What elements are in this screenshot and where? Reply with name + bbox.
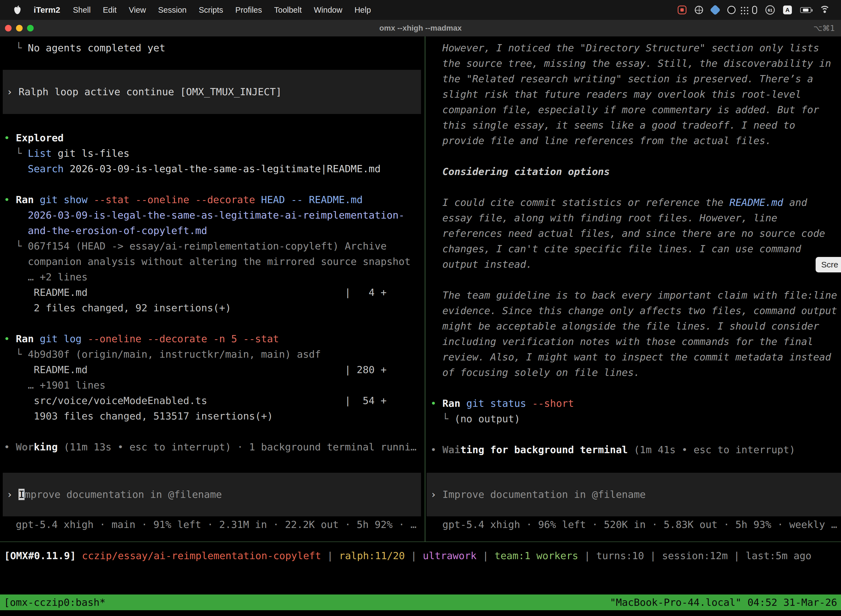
right-model-status: gpt-5.4 xhigh · 96% left · 520K in · 5.8… [426, 517, 841, 532]
menu-toolbelt[interactable]: Toolbelt [274, 6, 302, 15]
dark-circle-app-icon[interactable] [727, 6, 736, 14]
wifi-icon[interactable] [819, 6, 830, 14]
menu-profiles[interactable]: Profiles [235, 6, 262, 15]
globe-icon[interactable] [695, 6, 703, 14]
right-agent-output: However, I noticed the "Directory Struct… [426, 40, 841, 458]
left-prompt-text: › Improve documentation in @filename [3, 487, 421, 502]
right-pane[interactable]: However, I noticed the "Directory Struct… [426, 37, 841, 541]
tmux-host-clock: "MacBook-Pro-44.local" 04:52 31-Mar-26 [610, 597, 837, 608]
menu-scripts[interactable]: Scripts [199, 6, 223, 15]
right-prompt-input[interactable]: › Improve documentation in @filename [426, 473, 841, 516]
tmux-status-bar: [omx-cczip0:bash* "MacBook-Pro-44.local"… [0, 594, 841, 610]
desktop: iTerm2 Shell Edit View Session Scripts P… [0, 0, 841, 616]
menu-window[interactable]: Window [314, 6, 342, 15]
app-menu-iterm2[interactable]: iTerm2 [34, 5, 60, 15]
ralph-loop-banner: › Ralph loop active continue [OMX_TMUX_I… [3, 70, 421, 114]
window-shortcut-badge: ⌥⌘1 [813, 24, 835, 33]
window-titlebar: omx --xhigh --madmax ⌥⌘1 [0, 20, 841, 37]
left-prompt-input[interactable]: › Improve documentation in @filename [3, 473, 421, 516]
menu-edit[interactable]: Edit [103, 6, 117, 15]
menu-view[interactable]: View [129, 6, 146, 15]
terminal-area: └ No agents completed yet › Ralph loop a… [0, 37, 841, 616]
omx-status-bar: [OMX#0.11.9] cczip/essay/ai-reimplementa… [0, 548, 841, 563]
ralph-loop-banner-text: › Ralph loop active continue [OMX_TMUX_I… [3, 84, 421, 100]
right-prompt-text: › Improve documentation in @filename [426, 487, 841, 502]
apps-grid-icon[interactable] [741, 7, 742, 8]
left-agent-output: • Explored └ List git ls-files Search 20… [0, 130, 424, 455]
tmux-session-label: [omx-cczip0:bash* [4, 597, 105, 608]
left-model-status: gpt-5.4 xhigh · main · 91% left · 2.31M … [0, 517, 424, 532]
pane-bottom-border [0, 541, 841, 542]
screen-tooltip: Scre [816, 257, 841, 273]
blue-app-icon[interactable] [710, 4, 721, 15]
left-pane[interactable]: └ No agents completed yet › Ralph loop a… [0, 37, 424, 541]
battery-icon[interactable] [800, 7, 811, 13]
input-source-icon[interactable]: A [783, 6, 792, 14]
window-title: omx --xhigh --madmax [0, 24, 841, 32]
apple-icon[interactable] [13, 5, 22, 15]
menubar-status-icons: 61 A [678, 5, 830, 15]
macos-menubar: iTerm2 Shell Edit View Session Scripts P… [0, 0, 841, 20]
pane-divider[interactable] [425, 37, 425, 542]
pill-app-icon[interactable] [752, 6, 757, 14]
screen-recording-stop-icon[interactable] [678, 6, 687, 14]
battery-percent-badge[interactable]: 61 [765, 5, 775, 15]
left-pane-top-output: └ No agents completed yet [0, 40, 424, 56]
menu-help[interactable]: Help [355, 6, 371, 15]
menu-shell[interactable]: Shell [73, 6, 91, 15]
menu-session[interactable]: Session [158, 6, 186, 15]
